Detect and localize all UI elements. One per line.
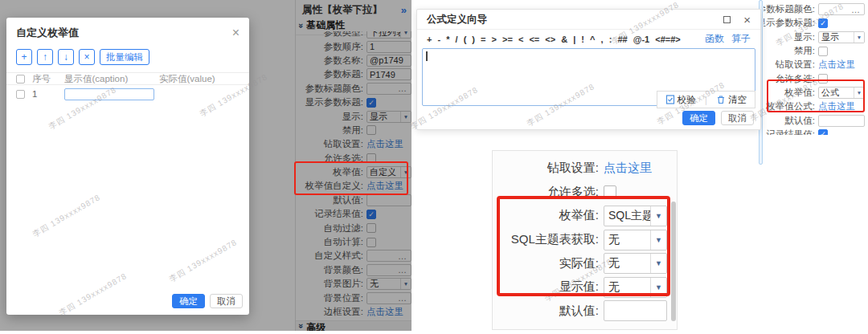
property-checkbox[interactable] [818, 47, 828, 56]
ok-button[interactable]: 确定 [682, 111, 715, 125]
property-row: 显示:显示▼ [764, 31, 868, 44]
click-here-link[interactable]: 点击这里 [818, 100, 855, 112]
dialog-titlebar: 自定义枚举值 × [6, 18, 249, 45]
property-label: 禁用: [764, 45, 815, 57]
property-select[interactable]: 无▼ [604, 277, 667, 298]
table-row: 1 [6, 85, 249, 103]
scrollbar-thumb[interactable] [671, 202, 676, 321]
property-label: 显示: [764, 31, 815, 43]
delete-icon: × [84, 51, 89, 63]
text-input[interactable] [604, 300, 667, 321]
magnified-property-panel: 钻取设置:点击这里允许多选:枚举值:SQL主题表▼SQL主题表获取:无▼实际值:… [492, 150, 678, 330]
caption-input[interactable] [64, 88, 154, 100]
property-select[interactable]: 显示▼ [818, 31, 865, 43]
property-label: 参数标题颜色: [764, 3, 815, 15]
property-label: 默认值: [493, 303, 599, 319]
dropdown-arrow-icon[interactable]: ▼ [650, 254, 666, 273]
property-row: 显示参数标题:✓ [764, 16, 868, 30]
properties-list: 钻取设置:点击这里允许多选:枚举值:SQL主题表▼SQL主题表获取:无▼实际值:… [493, 151, 677, 323]
property-row: SQL主题表获取:无▼ [493, 228, 677, 252]
select-value: 公式 [819, 88, 854, 98]
custom-enum-dialog: 自定义枚举值 × + ↑ ↓ × 批量编辑 序号 显示值(caption) 实际… [6, 18, 249, 315]
row-checkbox[interactable] [16, 90, 25, 99]
dropdown-arrow-icon[interactable]: ▼ [650, 230, 666, 250]
property-label: 钻取设置: [493, 161, 599, 176]
dropdown-arrow-icon[interactable]: ▼ [650, 206, 666, 226]
property-select[interactable]: SQL主题表▼ [604, 206, 667, 226]
property-row: 禁用: [764, 44, 868, 58]
cancel-button[interactable]: 取消 [210, 294, 243, 308]
property-label: 显示值: [493, 279, 599, 295]
property-row: 钻取设置:点击这里 [764, 58, 868, 71]
validate-button[interactable]: 校验 [665, 94, 696, 106]
property-select[interactable]: 无▼ [604, 230, 667, 250]
column-header-caption: 显示值(caption) [64, 73, 159, 85]
dropdown-arrow-icon[interactable]: ▼ [650, 278, 666, 297]
property-row: 参数标题颜色:… [764, 2, 868, 16]
property-label: 枚举值: [493, 208, 599, 223]
property-label: 允许多选: [764, 73, 815, 85]
operator-list[interactable]: + - * / ( ) = > >= < <= <> & | ! ^ , : #… [427, 35, 681, 44]
property-select[interactable]: 公式▼ [818, 87, 865, 99]
arrow-down-icon: ↓ [63, 51, 68, 63]
dialog-footer: 确定 取消 [172, 294, 243, 308]
column-header-index: 序号 [32, 73, 64, 85]
functions-link[interactable]: 函数 [705, 32, 724, 46]
delete-row-button[interactable]: × [79, 49, 95, 65]
maximize-icon[interactable] [723, 16, 731, 23]
property-select[interactable]: 无▼ [604, 253, 667, 274]
property-label: 钻取设置: [764, 59, 815, 71]
click-here-link[interactable]: 点击这里 [818, 59, 855, 71]
column-header-value: 实际值(value) [159, 73, 249, 85]
select-all-checkbox[interactable] [16, 75, 25, 84]
select-value: 无 [604, 254, 650, 273]
property-row: 枚举值:SQL主题表▼ [493, 204, 677, 228]
property-checkbox[interactable] [604, 185, 616, 198]
add-row-button[interactable]: + [16, 49, 32, 65]
property-label: 枚举值: [764, 87, 815, 99]
dialog-footer: 确定 取消 [682, 111, 754, 125]
formula-wizard-dialog: 公式定义向导 × + - * / ( ) = > >= < <= <> & | … [416, 9, 761, 130]
operators-link[interactable]: 算子 [731, 32, 751, 46]
dropdown-arrow-icon[interactable]: ▼ [854, 32, 864, 43]
property-row: 实际值:无▼ [493, 251, 677, 275]
property-row: 默认值: [493, 299, 677, 324]
click-here-link[interactable]: 点击这里 [604, 161, 652, 176]
cancel-button[interactable]: 取消 [721, 111, 754, 125]
close-icon[interactable]: × [743, 14, 751, 26]
dialog-title: 公式定义向导 [427, 13, 723, 26]
text-caret [426, 51, 428, 61]
property-label: 记录结果值: [764, 128, 815, 135]
batch-edit-button[interactable]: 批量编辑 [100, 49, 149, 65]
formula-tools: 校验 ｜ 清空 [657, 91, 755, 108]
property-row: 枚举值公式:点击这里 [764, 100, 868, 113]
property-checkbox[interactable]: ✓ [818, 18, 828, 28]
property-row: 枚举值:公式▼ [764, 86, 868, 100]
row-index: 1 [32, 89, 64, 99]
validate-icon [665, 95, 675, 104]
clear-button[interactable]: 清空 [716, 94, 747, 106]
property-row: 显示值:无▼ [493, 275, 677, 299]
arrow-up-icon: ↑ [43, 51, 47, 63]
ok-button[interactable]: 确定 [172, 294, 205, 308]
move-down-button[interactable]: ↓ [58, 49, 74, 65]
property-label: SQL主题表获取: [493, 232, 599, 247]
property-row: 默认值: [764, 113, 868, 127]
select-value: 无 [604, 230, 650, 250]
property-row: 允许多选: [493, 181, 677, 205]
ellipsis-field[interactable]: … [818, 3, 865, 15]
dropdown-arrow-icon[interactable]: ▼ [854, 88, 864, 98]
close-icon[interactable]: × [232, 26, 240, 39]
text-input[interactable] [818, 115, 865, 127]
property-checkbox[interactable] [818, 74, 828, 84]
ellipsis-icon[interactable]: … [851, 5, 861, 14]
property-row: 允许多选: [764, 71, 868, 85]
dialog-titlebar: 公式定义向导 × [417, 10, 760, 30]
tools-divider: ｜ [702, 94, 710, 106]
dialog-toolbar: + ↑ ↓ × 批量编辑 [6, 45, 249, 65]
dialog-title: 自定义枚举值 [16, 26, 232, 40]
property-checkbox[interactable]: ✓ [818, 129, 828, 135]
move-up-button[interactable]: ↑ [37, 49, 53, 65]
plus-icon: + [21, 51, 27, 63]
property-panel-fragment: 参数标题颜色:…显示参数标题:✓显示:显示▼禁用:钻取设置:点击这里允许多选:枚… [764, 0, 868, 135]
